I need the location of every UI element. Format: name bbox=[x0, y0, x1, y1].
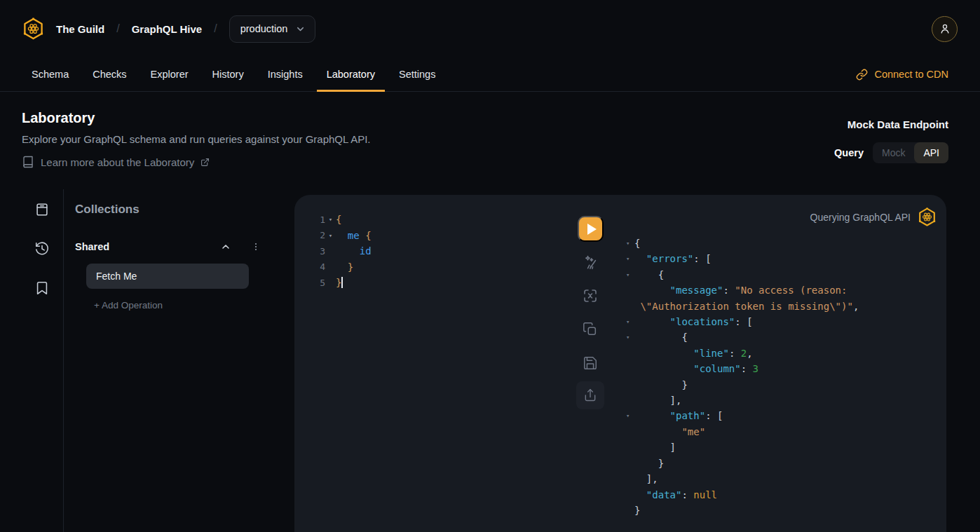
history-icon bbox=[34, 241, 50, 257]
share-icon bbox=[583, 388, 597, 402]
chevron-down-icon bbox=[295, 24, 306, 34]
collections-panel: Collections Shared Fetch Me + Add Operat… bbox=[75, 202, 261, 311]
tab-explorer[interactable]: Explorer bbox=[141, 57, 198, 91]
query-editor[interactable]: 1▾{2▾ me {3 id4 }5} bbox=[294, 195, 571, 532]
copy-button[interactable] bbox=[580, 320, 600, 339]
collections-title: Collections bbox=[75, 202, 261, 217]
merge-icon bbox=[582, 287, 599, 304]
result-line: ▾ "path": [ bbox=[626, 408, 939, 423]
page-title: Laboratory bbox=[22, 110, 948, 126]
result-line: ], bbox=[626, 471, 939, 486]
copy-icon bbox=[583, 322, 598, 337]
query-line: 5} bbox=[294, 275, 571, 291]
result-line: } bbox=[626, 503, 939, 518]
hive-icon bbox=[918, 207, 937, 227]
result-line: "data": null bbox=[626, 487, 939, 503]
target-selector-label: production bbox=[240, 23, 288, 34]
collections-plugin-button[interactable] bbox=[34, 280, 50, 296]
result-pane[interactable]: Querying GraphQL API ▾{▾ "errors": [ bbox=[617, 195, 946, 532]
chevron-up-icon[interactable] bbox=[220, 241, 231, 252]
org-name[interactable]: The Guild bbox=[56, 23, 104, 35]
project-name[interactable]: GraphQL Hive bbox=[132, 23, 203, 35]
share-button[interactable] bbox=[576, 381, 604, 409]
tab-laboratory[interactable]: Laboratory bbox=[317, 57, 385, 91]
save-icon bbox=[583, 355, 598, 371]
result-line: } bbox=[626, 377, 939, 393]
plugin-sidebar bbox=[34, 202, 50, 296]
breadcrumb: The Guild / GraphQL Hive / production bbox=[22, 15, 315, 43]
text-cursor bbox=[341, 277, 343, 288]
run-button[interactable] bbox=[578, 216, 604, 242]
top-bar: The Guild / GraphQL Hive / production bbox=[0, 0, 980, 57]
result-line: ▾ "locations": [ bbox=[626, 314, 939, 329]
tab-history[interactable]: History bbox=[203, 57, 254, 91]
query-editor-lines: 1▾{2▾ me {3 id4 }5} bbox=[294, 212, 571, 291]
mock-endpoint-title: Mock Data Endpoint bbox=[834, 118, 948, 130]
result-line: ], bbox=[626, 393, 939, 408]
mock-endpoint-section: Mock Data Endpoint Query MockAPI bbox=[834, 118, 948, 163]
result-line: ] bbox=[626, 439, 939, 455]
endpoint-option-api[interactable]: API bbox=[914, 142, 948, 163]
sidebar-divider bbox=[63, 189, 64, 532]
docs-plugin-button[interactable] bbox=[34, 202, 50, 217]
result-line: "column": 3 bbox=[626, 361, 939, 376]
result-endpoint-label: Querying GraphQL API bbox=[810, 212, 911, 223]
learn-more-label: Learn more about the Laboratory bbox=[41, 156, 194, 168]
endpoint-toggle: MockAPI bbox=[873, 142, 948, 163]
person-icon bbox=[939, 22, 951, 35]
query-line: 4 } bbox=[294, 259, 571, 275]
connect-to-cdn-label: Connect to CDN bbox=[874, 69, 948, 80]
operation-item[interactable]: Fetch Me bbox=[86, 264, 249, 289]
query-line: 2▾ me { bbox=[294, 228, 571, 244]
add-operation-button[interactable]: + Add Operation bbox=[94, 300, 261, 311]
result-line: ▾ { bbox=[626, 267, 939, 282]
breadcrumb-separator: / bbox=[214, 22, 217, 35]
merge-button[interactable] bbox=[580, 286, 600, 306]
learn-more-link[interactable]: Learn more about the Laboratory bbox=[22, 156, 948, 168]
query-line: 3 id bbox=[294, 243, 571, 259]
tab-list: SchemaChecksExplorerHistoryInsightsLabor… bbox=[0, 57, 980, 92]
result-line: ▾ { bbox=[626, 329, 939, 345]
result-viewer: ▾{▾ "errors": [▾ { "message": "No access… bbox=[617, 195, 946, 518]
prettify-icon bbox=[582, 254, 599, 271]
query-line: 1▾{ bbox=[294, 212, 571, 228]
page-header: Laboratory Explore your GraphQL schema a… bbox=[0, 92, 980, 189]
graphiql-panel: 1▾{2▾ me {3 id4 }5} bbox=[294, 195, 946, 532]
result-line: "me" bbox=[626, 424, 939, 439]
tab-insights[interactable]: Insights bbox=[258, 57, 313, 91]
tab-checks[interactable]: Checks bbox=[83, 57, 136, 91]
bookmark-icon bbox=[34, 280, 50, 296]
result-line: ▾{ bbox=[626, 236, 939, 251]
query-label: Query bbox=[834, 147, 864, 158]
operation-list: Fetch Me bbox=[75, 264, 261, 289]
page-subtitle: Explore your GraphQL schema and run quer… bbox=[22, 132, 948, 146]
docs-icon bbox=[34, 202, 50, 217]
save-button[interactable] bbox=[580, 353, 600, 373]
shared-group-label: Shared bbox=[75, 241, 220, 252]
connect-to-cdn-link[interactable]: Connect to CDN bbox=[856, 57, 948, 91]
result-line: \"Authorization token is missing\")", bbox=[626, 299, 939, 314]
laboratory-workspace: Collections Shared Fetch Me + Add Operat… bbox=[0, 189, 980, 532]
tab-schema[interactable]: Schema bbox=[22, 57, 79, 91]
history-plugin-button[interactable] bbox=[34, 241, 50, 257]
hive-logo-icon[interactable] bbox=[22, 18, 44, 41]
tab-settings[interactable]: Settings bbox=[389, 57, 445, 91]
book-icon bbox=[22, 156, 34, 168]
breadcrumb-separator: / bbox=[116, 22, 119, 35]
prettify-button[interactable] bbox=[580, 252, 600, 272]
result-line: "line": 2, bbox=[626, 346, 939, 361]
result-line: "message": "No access (reason: bbox=[626, 282, 939, 298]
external-link-icon bbox=[200, 158, 210, 167]
shared-group-header[interactable]: Shared bbox=[75, 240, 261, 254]
group-menu-button[interactable] bbox=[251, 241, 261, 252]
play-icon bbox=[587, 224, 597, 235]
result-endpoint-indicator: Querying GraphQL API bbox=[810, 207, 937, 227]
endpoint-option-mock[interactable]: Mock bbox=[873, 142, 914, 163]
result-line: ▾ "errors": [ bbox=[626, 251, 939, 266]
link-icon bbox=[856, 69, 868, 81]
target-selector[interactable]: production bbox=[229, 15, 316, 43]
avatar-button[interactable] bbox=[932, 16, 958, 42]
result-line: } bbox=[626, 456, 939, 471]
